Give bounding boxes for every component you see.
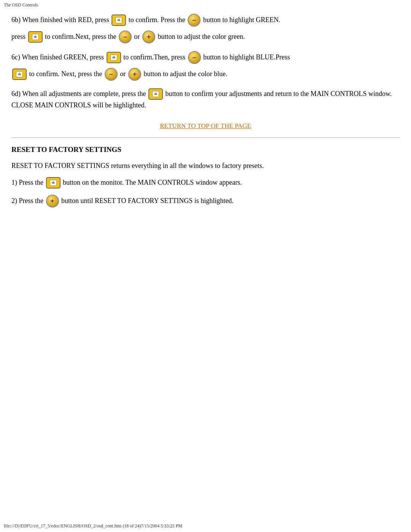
section-6b-line1: 6b) When finished with RED, press ok to …	[11, 14, 400, 27]
main-content: 6b) When finished with RED, press ok to …	[0, 10, 411, 231]
ok-button-6c-1: ok	[107, 52, 121, 63]
status-bar-text: file:///D|/EDFU/crt_17_5/edoc/ENGLISH/OS…	[4, 523, 182, 529]
reset-title: RESET TO FACTORY SETTINGS	[11, 145, 400, 154]
6b-line2-post: button to adjust the color green.	[158, 33, 245, 40]
ok-button-reset-1: ok	[46, 177, 61, 189]
title-text: The OSD Controls	[4, 2, 38, 8]
ok-button-6d: ok	[148, 88, 163, 100]
minus-button-6c-1: −	[188, 51, 201, 64]
ok-button-6c-2: ok	[12, 69, 27, 80]
plus-button-reset: +	[46, 195, 59, 208]
section-6b-line2: press ok to confirm.Next, press the − or…	[11, 31, 400, 44]
section-6b: 6b) When finished with RED, press ok to …	[11, 14, 400, 44]
6d-text-pre: 6d) When all adjustments are complete, p…	[11, 90, 146, 97]
title-bar: The OSD Controls	[0, 0, 411, 10]
ok-icon-6c-1: ok	[110, 54, 117, 61]
minus-button-6c-2: −	[105, 68, 118, 81]
6b-line2-pre: press	[11, 33, 25, 40]
reset-intro: RESET TO FACTORY SETTINGS returns everyt…	[11, 161, 400, 171]
section-6c: 6c) When finished GREEN, press ok to con…	[11, 51, 400, 81]
return-to-top-link[interactable]: RETURN TO TOP OF THE PAGE	[11, 122, 400, 130]
6b-line2-mid: to confirm.Next, press the	[45, 33, 116, 40]
reset-step2-pre: 2) Press the	[11, 197, 43, 204]
ok-icon-6d: ok	[152, 91, 159, 97]
reset-step1-pre: 1) Press the	[11, 179, 43, 186]
status-bar: file:///D|/EDFU/crt_17_5/edoc/ENGLISH/OS…	[4, 523, 182, 529]
reset-step1-post: button on the monitor. The MAIN CONTROLS…	[63, 179, 242, 186]
section-6c-line2: ok to confirm. Next, press the − or + bu…	[11, 68, 400, 81]
reset-step1: 1) Press the ok button on the monitor. T…	[11, 177, 400, 189]
reset-step2: 2) Press the + button until RESET TO FAC…	[11, 195, 400, 208]
section-divider	[11, 137, 400, 138]
6c-line1-pre: 6c) When finished GREEN, press	[11, 53, 104, 61]
ok-button-6b-2: ok	[28, 31, 43, 43]
6c-line2-or: or	[120, 70, 126, 78]
section-6d: 6d) When all adjustments are complete, p…	[11, 89, 400, 111]
6b-line1-pre: 6b) When finished with RED, press	[11, 16, 109, 24]
plus-button-6c-1: +	[128, 68, 141, 81]
6c-line1-post: button to highlight BLUE.Press	[203, 53, 290, 61]
6c-line1-mid: to confirm.Then, press	[123, 53, 185, 61]
reset-section: RESET TO FACTORY SETTINGS RESET TO FACTO…	[11, 145, 400, 208]
ok-icon-6b-2: ok	[32, 34, 39, 40]
minus-button-6b-2: −	[119, 30, 132, 43]
section-6d-text: 6d) When all adjustments are complete, p…	[11, 89, 400, 111]
minus-button-6b-1: −	[188, 14, 201, 27]
ok-icon-6b-1: ok	[115, 17, 122, 23]
plus-button-6b-1: +	[142, 30, 155, 43]
6b-line1-mid: to confirm. Press the	[129, 16, 185, 24]
6b-line1-post: button to highlight GREEN.	[203, 16, 280, 24]
ok-icon-reset-1: ok	[50, 180, 57, 186]
section-6c-line1: 6c) When finished GREEN, press ok to con…	[11, 51, 400, 64]
ok-button-6b-1: ok	[112, 14, 126, 26]
reset-step2-post: button until RESET TO FACTORY SETTINGS i…	[61, 197, 234, 204]
6b-line2-or: or	[134, 33, 140, 40]
ok-icon-6c-2: ok	[16, 71, 23, 77]
6c-line2-post: button to adjust the color blue.	[143, 70, 227, 78]
6c-line2-pre: to confirm. Next, press the	[29, 70, 102, 78]
return-link-container: RETURN TO TOP OF THE PAGE	[11, 122, 400, 130]
